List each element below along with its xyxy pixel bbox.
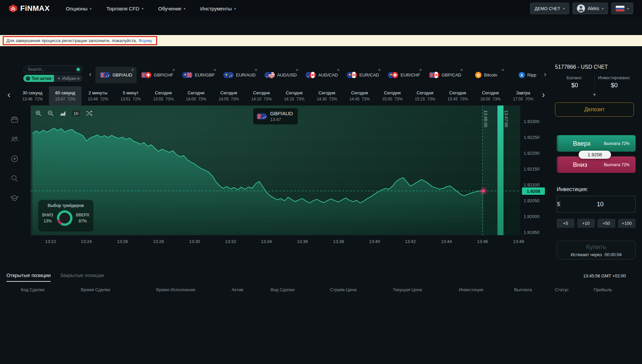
asset-tab-eur-gbp[interactable]: ★EUR/GBP [178,67,219,83]
asset-label: EUR/GBP [195,72,215,78]
column-header-5: Вид Сделки [270,287,294,292]
increment-button-100[interactable]: +100 [618,219,636,228]
column-header-8: Инвестиция [459,287,483,292]
buy-button[interactable]: Купить Истекает через 00:00:04 [557,241,636,260]
favorite-star-icon[interactable]: ★ [172,68,175,72]
price-axis-label: 1.92200 [524,151,539,156]
assets-scroll-right[interactable]: › [544,71,546,78]
favorite-star-icon[interactable]: ★ [542,68,543,72]
timeframe-label: Завтра [516,90,530,95]
assets-scroll-left[interactable]: ‹ [89,71,91,78]
users-icon[interactable] [10,134,19,144]
asset-tab-gbp-chf[interactable]: ★GBP/CHF [137,67,178,83]
price-axis-label: 1.92050 [524,198,539,203]
nav-item-label: Опционы [66,6,87,11]
price-axis-label: 1.92300 [524,119,539,124]
timeframe-label: Сегодня [221,90,237,95]
flag-xrp-icon: X [519,72,525,78]
finmax-logo[interactable]: FiNMAX [9,4,50,13]
favorite-star-icon[interactable]: ★ [419,68,422,72]
asset-tab-eur-chf[interactable]: ★EUR/CHF [383,67,425,83]
timeframe-14-05[interactable]: Сегодня14:05 73% [212,86,245,105]
deposit-button[interactable]: Депозит [555,102,634,117]
timeframe-13-55[interactable]: Сегодня13:55 73% [147,86,180,105]
timeframe-14-45[interactable]: Сегодня14:45 73% [343,86,376,105]
favorite-star-icon[interactable]: ★ [295,68,299,72]
put-down-button[interactable]: Вниз Выплата 72% [557,156,636,173]
chart-type-icon[interactable] [59,110,66,117]
timeframe-14-15[interactable]: Сегодня14:15 73% [278,86,311,105]
nav-item-4[interactable]: Инструменты▾ [200,6,236,11]
balance-value: $0 [555,82,594,89]
target-icon[interactable] [10,154,19,163]
zoom-in-icon[interactable] [35,110,42,117]
user-menu-button[interactable]: Aleks ▾ [573,3,608,14]
asset-tab-eur-aud[interactable]: ★EUR/AUD [219,67,260,83]
tab-closed-positions[interactable]: Закрытые позиции [60,272,104,282]
current-price-tag: 1.9208 [522,187,545,195]
increment-button-10[interactable]: +10 [577,219,595,228]
top-assets-filter[interactable]: ✓ Топ актив [23,75,54,82]
asset-tab-bitcoin[interactable]: ★BBitcoin [466,67,507,83]
favorite-star-icon[interactable]: ★ [460,68,463,72]
nav-item-1[interactable]: Опционы▾ [66,6,91,11]
favorite-star-icon[interactable]: ★ [501,68,504,72]
timeframe-15-45[interactable]: Сегодня15:45 73% [441,86,474,105]
increment-button-5[interactable]: +5 [557,219,575,228]
timeframe-13-46[interactable]: 30 секунд13:46 72% [16,86,49,105]
timeframe-15-15[interactable]: Сегодня15:15 73% [409,86,441,105]
down-payout: Выплата 72% [604,162,630,167]
zoom-out-icon[interactable] [47,110,54,117]
asset-label: GBP/CAD [442,72,462,78]
favorite-star-icon[interactable]: ★ [213,68,216,72]
timeframe-17-00[interactable]: Завтра17:00 70% [507,86,539,105]
favorites-filter[interactable]: ★ Избран-е [54,75,83,82]
random-asset-icon[interactable] [85,110,93,117]
timeframe-13-48[interactable]: 2 минуты13:48 72% [82,86,114,105]
timeframe-14-00[interactable]: Сегодня14:00 73% [180,86,212,105]
search-assets-icon[interactable] [10,174,19,183]
asset-tab-gbp-cad[interactable]: ★GBP/CAD [425,67,466,83]
demo-account-button[interactable]: ДЕМО СЧЕТ ▾ [530,3,569,14]
asset-tab-eur-cad[interactable]: ★EUR/CAD [342,67,383,83]
timeframe-14-10[interactable]: Сегодня14:10 73% [245,86,278,105]
nav-item-2[interactable]: Торговля CFD▾ [107,6,144,11]
asset-search [23,65,83,73]
registration-form-link[interactable]: Форму [139,38,152,43]
asset-tab-ripp[interactable]: ★XRipp [507,67,543,83]
tab-open-positions[interactable]: Открытые позиции [6,272,51,282]
asset-flag-pair-icon [264,72,275,78]
timeframe-13-47[interactable]: 60 секунд13:47 72% [49,86,82,105]
price-chart[interactable]: 13:46:0013:47:00 [31,105,520,235]
favorite-star-icon[interactable]: ★ [378,68,381,72]
search-input[interactable] [23,65,83,73]
timeframe-16-00[interactable]: Сегодня16:00 73% [474,86,507,105]
increment-buttons: +5+10+50+100 [557,219,636,228]
timeframe-sub: 13:46 72% [22,97,43,101]
increment-button-50[interactable]: +50 [597,219,615,228]
add-funds-icon[interactable]: + [555,91,634,98]
asset-tab-aud-cad[interactable]: ★AUD/CAD [301,67,342,83]
column-header-1: Код Сделки [21,287,45,292]
nav-item-3[interactable]: Обучение▾ [158,6,185,11]
favorite-star-icon[interactable]: ★ [131,68,134,72]
asset-tab-gbp-aud[interactable]: ★GBP/AUD [95,67,137,83]
interval-selector[interactable]: 1h [71,110,81,117]
timeframes-scroll-left[interactable]: ‹ [7,90,10,99]
timeframe-14-30[interactable]: Сегодня14:30 73% [311,86,343,105]
education-icon[interactable] [10,193,19,203]
call-up-button[interactable]: Вверх Выплата 72% [557,135,636,152]
timeframes-scroll-right[interactable]: › [542,90,545,99]
asset-tab-aud-usd[interactable]: ★AUD/USD [260,67,301,83]
amount-input[interactable] [560,201,640,208]
column-header-11: Прибыль [594,287,612,292]
traders-choice-title: Выбор трейдеров [42,203,89,208]
price-axis-label: 1.92100 [524,182,539,187]
timeframe-15-00[interactable]: Сегодня15:00 73% [376,86,409,105]
wallet-icon[interactable] [10,115,19,124]
favorite-star-icon[interactable]: ★ [254,68,258,72]
time-axis-label: 13:44 [441,239,452,244]
language-selector[interactable]: ▾ [611,3,633,14]
favorite-star-icon[interactable]: ★ [337,68,340,72]
timeframe-13-51[interactable]: 5 минут13:51 72% [114,86,147,105]
